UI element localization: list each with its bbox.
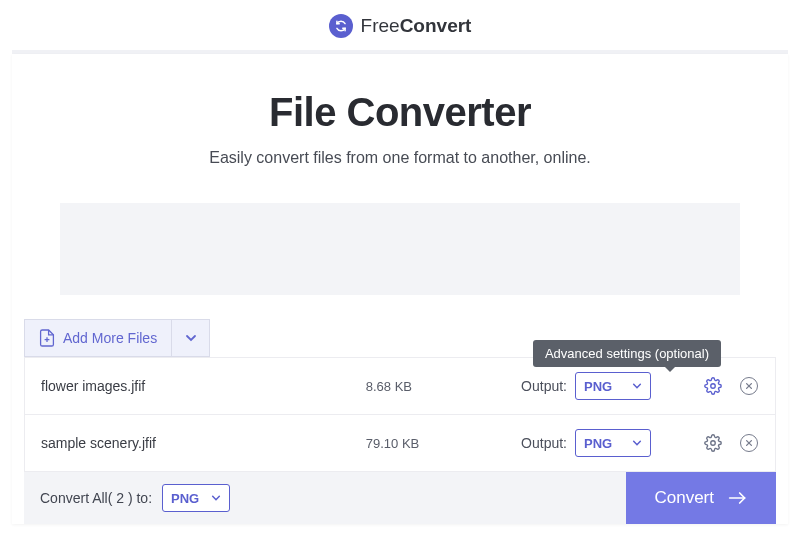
add-more-files-group: Add More Files xyxy=(24,319,210,357)
file-row: sample scenery.jfif 79.10 KB Output: PNG xyxy=(25,415,775,471)
output-format-value: PNG xyxy=(584,436,612,451)
logo-text: FreeConvert xyxy=(361,15,472,37)
file-list: flower images.jfif 8.68 KB Output: PNG A… xyxy=(24,357,776,472)
close-icon xyxy=(740,377,758,395)
header: FreeConvert xyxy=(0,0,800,50)
page-title: File Converter xyxy=(32,90,768,135)
footer-bar: Convert All( 2 ) to: PNG Convert xyxy=(24,472,776,524)
file-size: 79.10 KB xyxy=(366,436,521,451)
add-more-files-label: Add More Files xyxy=(63,330,157,346)
remove-file-button[interactable] xyxy=(739,433,759,453)
gear-icon[interactable]: Advanced settings (optional) xyxy=(703,376,723,396)
svg-point-5 xyxy=(711,441,716,446)
output-label: Output: xyxy=(521,378,567,394)
close-icon xyxy=(740,434,758,452)
logo-icon xyxy=(329,14,353,38)
convert-all-format-select[interactable]: PNG xyxy=(162,484,230,512)
output-format-select[interactable]: PNG xyxy=(575,429,651,457)
page-subtitle: Easily convert files from one format to … xyxy=(32,149,768,167)
output-label: Output: xyxy=(521,435,567,451)
output-format-select[interactable]: PNG xyxy=(575,372,651,400)
main-card: File Converter Easily convert files from… xyxy=(12,54,788,524)
remove-file-button[interactable] xyxy=(739,376,759,396)
ad-placeholder xyxy=(60,203,740,295)
gear-icon[interactable] xyxy=(703,433,723,453)
convert-all-format-value: PNG xyxy=(171,491,199,506)
tooltip: Advanced settings (optional) xyxy=(533,340,721,367)
convert-button[interactable]: Convert xyxy=(626,472,776,524)
convert-all-group: Convert All( 2 ) to: PNG xyxy=(24,484,230,512)
file-row: flower images.jfif 8.68 KB Output: PNG A… xyxy=(25,358,775,415)
file-name: flower images.jfif xyxy=(41,378,366,394)
add-more-files-dropdown[interactable] xyxy=(171,320,209,356)
add-more-files-button[interactable]: Add More Files xyxy=(25,320,171,356)
file-size: 8.68 KB xyxy=(366,379,521,394)
convert-button-label: Convert xyxy=(654,488,714,508)
file-name: sample scenery.jfif xyxy=(41,435,366,451)
convert-all-label: Convert All( 2 ) to: xyxy=(40,490,152,506)
output-format-value: PNG xyxy=(584,379,612,394)
svg-point-2 xyxy=(711,384,716,389)
